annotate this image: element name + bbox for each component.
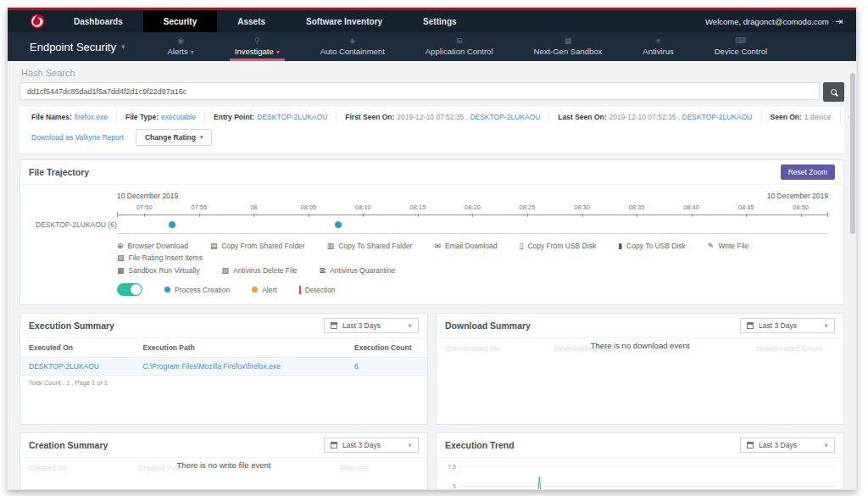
valkyrie-report-link[interactable]: Download as Valkyrie Report	[31, 133, 124, 142]
subnav-item-next-gen-sandbox[interactable]: ▦Next-Gen Sandbox	[514, 32, 623, 61]
logout-icon[interactable]: ⇥	[835, 16, 843, 27]
timeline-tick: 08:45	[719, 203, 774, 211]
product-selector[interactable]: Endpoint Security ▾	[8, 32, 147, 61]
legend-item-file-rating-insert-items: ▨File Rating Insert Items	[117, 254, 203, 262]
chevron-down-icon: ∨	[824, 322, 828, 329]
execution-summary-tbody: DESKTOP-2LUKAOUC:\Program Files\Mozilla …	[20, 358, 427, 376]
field-value-link[interactable]: DESKTOP-2LUKAOU	[468, 113, 540, 121]
chevron-down-icon: ▾	[200, 134, 203, 141]
legend-label: Copy From USB Disk	[527, 242, 596, 250]
copy-to-shared-folder-icon: ▥	[327, 242, 335, 250]
execution-summary-table: Executed OnExecution PathExecution Count…	[20, 338, 427, 376]
timeline-tick: 08:15	[391, 203, 446, 211]
subnav-menu: ◉Alerts▾⚲Investigate▾◈Auto Containment⊞A…	[147, 32, 787, 61]
creation-summary-range-dropdown[interactable]: Last 3 Days ∨	[324, 437, 419, 453]
sandbox-run-virtually-icon: ▦	[117, 266, 125, 275]
legend-item-copy-from-usb-disk: ▯Copy From USB Disk	[519, 242, 596, 250]
range-value: Last 3 Days	[759, 321, 819, 330]
download-empty-message: There is no download event	[437, 341, 843, 350]
timeline-tick: 08:05	[281, 203, 337, 211]
field-value-link[interactable]: DESKTOP-2LUKAOU	[257, 113, 327, 121]
chevron-down-icon: ▾	[191, 48, 194, 56]
browser-download-icon: ⊕	[117, 242, 124, 250]
timeline-tick: 08:25	[500, 203, 555, 211]
legend-item-write-file: ✎Write File	[708, 242, 748, 250]
process-creation-event-dot[interactable]	[335, 221, 342, 228]
change-rating-button[interactable]: Change Rating ▾	[136, 129, 213, 146]
device-name: DESKTOP-2LUKAOU (6)	[36, 220, 117, 234]
subnav-item-antivirus[interactable]: ☣Antivirus	[622, 32, 693, 61]
trajectory-date-left: 10 December 2019	[117, 192, 178, 200]
calendar-icon	[747, 442, 754, 449]
timeline-tick: 07:50	[117, 203, 172, 211]
write-file-icon: ✎	[708, 242, 715, 250]
subnav-item-application-control[interactable]: ⊞Application Control	[405, 32, 514, 61]
type-legend-label: Detection	[305, 286, 336, 294]
legend-label: Copy From Shared Folder	[221, 242, 304, 250]
file-trajectory-card: File Trajectory Reset Zoom 10 December 2…	[19, 159, 844, 305]
calendar-icon	[747, 322, 754, 329]
legend-item-copy-from-shared-folder: ▤Copy From Shared Folder	[210, 242, 305, 250]
download-summary-range-dropdown[interactable]: Last 3 Days ∨	[740, 318, 835, 333]
reset-zoom-button[interactable]: Reset Zoom	[781, 164, 835, 180]
timeline-tick: 07:55	[172, 203, 227, 211]
application-control-icon: ⊞	[456, 36, 463, 46]
field-value-link[interactable]: firefox.exe	[75, 113, 108, 121]
field-value-link[interactable]: executable	[161, 113, 196, 121]
search-button[interactable]	[823, 82, 844, 102]
execution-summary-title: Execution Summary	[29, 320, 114, 331]
welcome-text: Welcome, dragonct@comodo.com	[705, 17, 829, 26]
cell-value-link[interactable]: C:\Program Files\Mozilla Firefox\firefox…	[142, 362, 281, 371]
range-value: Last 3 Days	[342, 441, 403, 449]
execution-trend-range-dropdown[interactable]: Last 3 Days ∨	[740, 437, 835, 453]
subnav-item-alerts[interactable]: ◉Alerts▾	[147, 32, 214, 61]
process-creation-event-dot[interactable]	[169, 221, 175, 228]
timeline-tick: 08:35	[609, 203, 665, 211]
scrollbar-thumb[interactable]	[850, 73, 855, 234]
file-info-field: Seen On:1 device	[762, 110, 841, 124]
change-rating-label: Change Rating	[145, 133, 196, 142]
copy-from-shared-folder-icon: ▤	[210, 242, 218, 250]
dot-icon	[164, 287, 170, 293]
legend-label: Antivirus Delete File	[233, 266, 298, 275]
subnav-item-device-control[interactable]: ⌨Device Control	[694, 32, 787, 61]
file-actions-row: Download as Valkyrie Report Change Ratin…	[23, 124, 841, 148]
auto-containment-icon: ◈	[349, 36, 355, 46]
chevron-down-icon: ∨	[408, 442, 412, 449]
topnav-item-dashboards[interactable]: Dashboards	[53, 10, 143, 32]
execution-summary-panel: Execution Summary Last 3 Days ∨ Executed…	[19, 313, 428, 425]
process-creation-toggle[interactable]	[117, 283, 142, 296]
hash-search-bar	[19, 82, 844, 102]
timeline-tick: 08:20	[445, 203, 500, 211]
hash-search-input[interactable]	[19, 82, 820, 100]
subnav-item-investigate[interactable]: ⚲Investigate▾	[214, 32, 300, 61]
topnav-item-settings[interactable]: Settings	[403, 10, 476, 32]
legend-label: Email Download	[445, 242, 497, 250]
trajectory-body: 10 December 2019 10 December 2019 07:500…	[20, 185, 843, 304]
legend-item-email-download: ✉Email Download	[434, 242, 497, 250]
trajectory-device-row: DESKTOP-2LUKAOU (6)	[36, 219, 828, 234]
topnav-item-security[interactable]: Security	[143, 10, 217, 32]
field-label: File Names:	[31, 113, 72, 121]
type-legend-process-creation: Process Creation	[164, 286, 230, 294]
execution-summary-footer: Total Count : 1 , Page 1 of 1	[20, 376, 427, 390]
trajectory-legend-row2: ▦Sandbox Run Virtually▧Antivirus Delete …	[117, 266, 828, 275]
chevron-down-icon: ▾	[121, 42, 125, 51]
field-value: 2019-12-10 07:52:35 ,	[397, 113, 468, 121]
field-value-link[interactable]: DESKTOP-2LUKAOU	[680, 113, 752, 121]
subnav-item-auto-containment[interactable]: ◈Auto Containment	[300, 32, 405, 61]
topnav-item-assets[interactable]: Assets	[217, 10, 286, 32]
column-header-executed-on: Executed On	[20, 338, 134, 358]
copy-to-usb-disk-icon: ▮	[618, 242, 622, 250]
hash-search-label: Hash Search	[21, 68, 844, 78]
subnav-item-label: Auto Containment	[320, 47, 385, 56]
topnav-menu: DashboardsSecurityAssetsSoftware Invento…	[53, 10, 477, 32]
execution-summary-range-dropdown[interactable]: Last 3 Days ∨	[324, 318, 419, 333]
cell-value-link[interactable]: DESKTOP-2LUKAOU	[29, 362, 99, 371]
type-legend-detection: Detection	[299, 286, 336, 294]
timeline-tick: 08:10	[336, 203, 391, 211]
table-cell: C:\Program Files\Mozilla Firefox\firefox…	[134, 358, 346, 376]
cell-value-link[interactable]: 6	[354, 362, 359, 371]
topnav-item-software-inventory[interactable]: Software Inventory	[286, 10, 403, 32]
trajectory-track	[117, 219, 828, 234]
